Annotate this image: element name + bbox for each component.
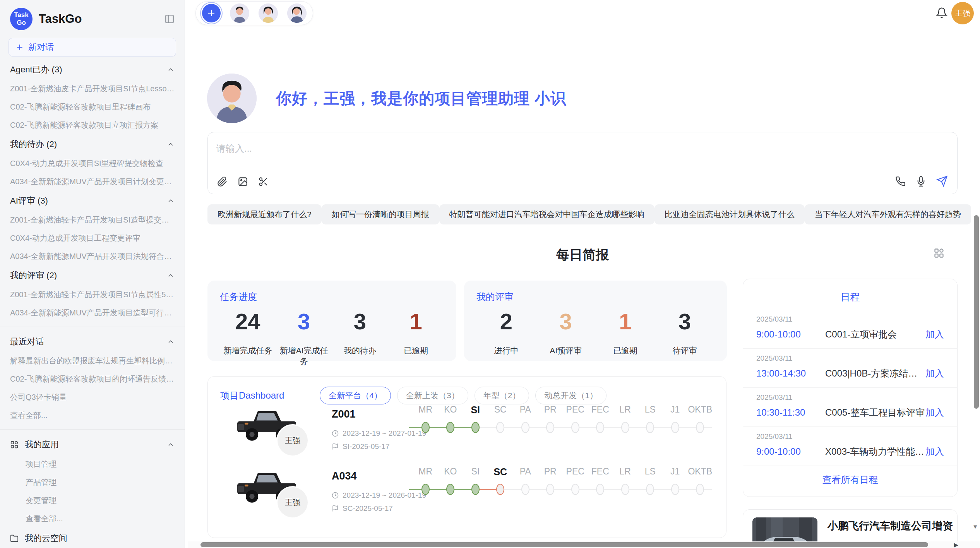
stat-label: 已逾期 <box>388 345 444 356</box>
suggestion-chip[interactable]: 特朗普可能对进口汽车增税会对中国车企造成哪些影响 <box>439 204 654 224</box>
milestone-label: KO <box>438 466 463 478</box>
vertical-scrollbar-thumb[interactable] <box>974 215 979 409</box>
schedule-date: 2025/03/11 <box>756 315 944 324</box>
milestone-label: OKTB <box>688 466 713 478</box>
chevron-up-icon[interactable] <box>167 338 175 346</box>
avatar[interactable] <box>287 3 307 23</box>
scissors-icon[interactable] <box>258 176 269 187</box>
milestone-label-current: SI <box>463 404 488 416</box>
chevron-up-icon[interactable] <box>167 66 175 74</box>
milestone-node <box>671 422 679 433</box>
sidebar-collapse-icon[interactable] <box>164 14 175 24</box>
list-item[interactable]: A034-全新新能源MUV产品开发项目法规符合性评审 <box>0 247 185 265</box>
composer-tools <box>217 176 269 187</box>
project-dashboard-card: 项目Dashboard 全新平台（4） 全新上装（3） 年型（2） 动总开发（1… <box>207 376 726 538</box>
daily-brief-title: 每日简报 <box>207 246 958 264</box>
join-link[interactable]: 加入 <box>925 328 944 341</box>
milestone-label: J1 <box>663 404 688 416</box>
new-session-button[interactable] <box>202 4 221 22</box>
view-all-chats[interactable]: 查看全部... <box>0 406 185 425</box>
chat-composer[interactable]: 请输入... <box>207 132 958 194</box>
greeting: 你好，王强，我是你的项目管理助理 小识 <box>207 74 566 123</box>
send-icon[interactable] <box>936 175 948 187</box>
list-item[interactable]: 解释最新出台的欧盟报废车法规再生塑料比例被调至15%... <box>0 352 185 370</box>
news-title: 小鹏飞行汽车制造公司增资 <box>828 519 948 533</box>
sidebar-item-my-apps[interactable]: 我的应用 <box>0 434 185 455</box>
sidebar-item-product-mgmt[interactable]: 产品管理 <box>0 473 185 491</box>
phone-icon[interactable] <box>895 176 906 187</box>
composer-actions <box>895 175 948 187</box>
list-item[interactable]: 公司Q3轻卡销量 <box>0 388 185 406</box>
horizontal-scrollbar: ▶ <box>188 541 980 548</box>
schedule-name: C003|H0B-方案冻结评审 <box>817 367 925 380</box>
stat-label: 新增完成任务 <box>220 345 276 356</box>
list-item[interactable]: Z001-全新燃油轻卡产品开发项目SI节点属性5D文件评审 <box>0 286 185 304</box>
grid-icon <box>10 440 19 449</box>
chevron-up-icon[interactable] <box>167 441 175 449</box>
stat-value: 3 <box>332 308 388 334</box>
list-item[interactable]: A034-全新新能源MUV产品开发项目计划变更表编写 <box>0 173 185 191</box>
sidebar-item-label: 我的云空间 <box>25 533 67 544</box>
list-item[interactable]: C02-飞腾新能源轻客改款项目的闭环通告反馈情况 <box>0 370 185 388</box>
sidebar-item-cloud-space[interactable]: 我的云空间 <box>0 528 185 548</box>
stat-label: 待评审 <box>655 345 714 356</box>
section-my-todo[interactable]: 我的待办 (2) <box>0 134 185 154</box>
sidebar-item-change-mgmt[interactable]: 变更管理 <box>0 491 185 510</box>
paperclip-icon[interactable] <box>217 176 228 187</box>
stat: 3 待评审 <box>655 308 714 356</box>
milestone-node <box>621 484 629 495</box>
list-item[interactable]: C0X4-动力总成开发项目SI里程碑提交物检查 <box>0 154 185 173</box>
list-item[interactable]: Z001-全新燃油皮卡产品开发项目SI节点Lesson Learn报告 <box>0 80 185 98</box>
chevron-up-icon[interactable] <box>167 140 175 148</box>
new-chat-button[interactable]: 新对话 <box>9 38 176 57</box>
section-agent-done[interactable]: Agent已办 (3) <box>0 60 185 80</box>
avatar[interactable] <box>259 3 278 23</box>
horizontal-scrollbar-thumb[interactable] <box>200 542 928 547</box>
project-row[interactable]: 王强 A034 2023-12-19 ~ 2026-01-19 SC-2025-… <box>220 462 714 531</box>
sidebar-header: Task Go TaskGo <box>0 0 185 33</box>
chevron-up-icon[interactable] <box>167 197 175 205</box>
suggestion-chip[interactable]: 比亚迪全固态电池计划具体说了什么 <box>654 204 805 224</box>
join-link[interactable]: 加入 <box>925 406 944 419</box>
sidebar-item-project-mgmt[interactable]: 项目管理 <box>0 455 185 473</box>
section-ai-review[interactable]: AI评审 (3) <box>0 191 185 211</box>
list-item[interactable]: C02-飞腾新能源轻客改款项目立项汇报方案 <box>0 116 185 134</box>
view-all-apps[interactable]: 查看全部... <box>0 510 185 528</box>
project-name: A034 <box>332 470 357 482</box>
divider <box>0 327 185 327</box>
folder-icon <box>10 534 19 543</box>
section-my-review[interactable]: 我的评审 (2) <box>0 265 185 286</box>
stat-value: 3 <box>536 308 596 334</box>
suggestion-chip[interactable]: 当下年轻人对汽车外观有怎样的喜好趋势 <box>805 204 971 224</box>
suggestion-chip[interactable]: 如何写一份清晰的项目周报 <box>322 204 439 224</box>
list-item[interactable]: C0X4-动力总成开发项目工程变更评审 <box>0 229 185 247</box>
join-link[interactable]: 加入 <box>925 367 944 380</box>
clock-icon <box>332 492 339 499</box>
scroll-down-arrow-icon[interactable]: ▼ <box>972 523 978 530</box>
section-recent-chats[interactable]: 最近对话 <box>0 332 185 352</box>
milestone-label: MR <box>413 466 438 478</box>
layout-grid-icon[interactable] <box>934 248 944 259</box>
project-row[interactable]: 王强 Z001 2023-12-19 ~ 2027-01-19 SI-2025-… <box>220 401 714 469</box>
user-avatar[interactable]: 王强 <box>951 2 974 24</box>
notifications-bell-icon[interactable] <box>936 7 947 19</box>
app-logo: Task Go <box>10 8 33 30</box>
scroll-right-arrow-icon[interactable]: ▶ <box>954 541 958 548</box>
project-flag-date: SI-2025-05-17 <box>332 442 389 451</box>
list-item[interactable]: A034-全新新能源MUV产品开发项目造型可行性评审 <box>0 304 185 322</box>
join-link[interactable]: 加入 <box>925 445 944 458</box>
list-item[interactable]: Z001-全新燃油轻卡产品开发项目SI造型提交物评审 <box>0 211 185 229</box>
schedule-item: 2025/03/11 9:00-10:00 X003-车辆动力学性能验... 加… <box>743 427 957 466</box>
stat: 3 我的待办 <box>332 308 388 367</box>
milestone-node <box>546 484 554 495</box>
clock-icon <box>332 430 339 437</box>
view-all-schedule-link[interactable]: 查看所有日程 <box>743 474 957 486</box>
stat-value: 3 <box>655 308 714 334</box>
avatar[interactable] <box>230 3 249 23</box>
chevron-up-icon[interactable] <box>167 272 175 279</box>
suggestion-chip[interactable]: 欧洲新规最近颁布了什么? <box>207 204 322 224</box>
image-attach-icon[interactable] <box>238 176 248 187</box>
microphone-icon[interactable] <box>916 176 926 187</box>
list-item[interactable]: C02-飞腾新能源轻客改款项目里程碑画布 <box>0 98 185 116</box>
app-window: Task Go TaskGo 新对话 Agent已办 (3) Z001-全新燃油… <box>0 0 980 548</box>
